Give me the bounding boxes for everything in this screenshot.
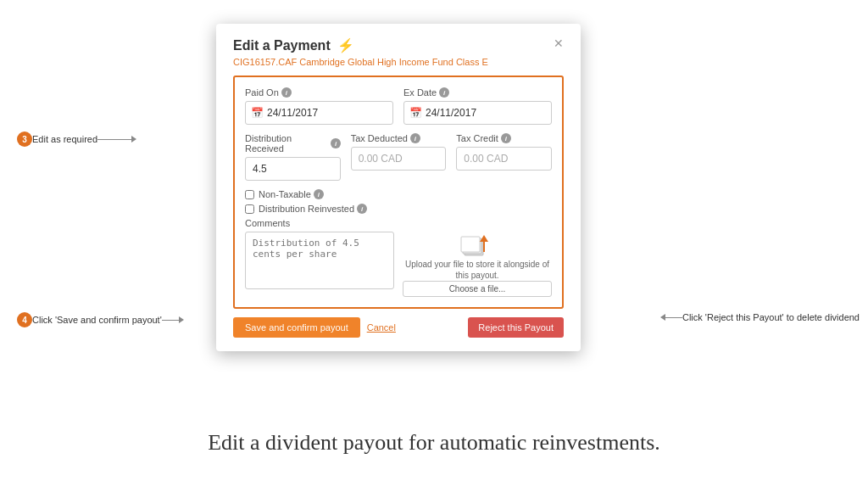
paid-on-input[interactable] (267, 107, 387, 119)
paid-on-info-icon[interactable]: i (281, 87, 292, 98)
lightning-icon: ⚡ (337, 38, 354, 53)
distribution-info-icon[interactable]: i (331, 138, 340, 148)
bottom-row: Upload your file to store it alongside o… (245, 232, 552, 297)
annotation-reject-text: Click 'Reject this Payout' to delete div… (682, 312, 860, 322)
tax-credit-label-text: Tax Credit (456, 133, 498, 143)
tax-deducted-input[interactable] (351, 147, 447, 171)
page-caption: Edit a divident payout for automatic rei… (0, 430, 868, 456)
reject-payout-button[interactable]: Reject this Payout (468, 317, 564, 338)
annotation-save-line (162, 320, 179, 321)
distribution-group: Distribution Received i (245, 133, 341, 181)
distribution-reinvested-label-text: Distribution Reinvested (259, 204, 354, 214)
footer-left: Save and confirm payout Cancel (233, 317, 396, 338)
annotation-save-text: Click 'Save and confirm payout' (32, 315, 162, 325)
non-taxable-checkbox[interactable] (245, 190, 254, 199)
ex-date-calendar-icon: 📅 (409, 107, 422, 119)
tax-credit-label: Tax Credit i (456, 133, 552, 143)
annotation-edit-arrow (131, 136, 136, 143)
distribution-label-text: Distribution Received (245, 133, 328, 154)
non-taxable-label: Non-Taxable i (259, 189, 324, 199)
ex-date-label: Ex Date i (403, 87, 552, 98)
annotation-reject: Click 'Reject this Payout' to delete div… (660, 312, 860, 322)
modal-subtitle: CIG16157.CAF Cambridge Global High Incom… (233, 57, 564, 67)
paid-on-input-wrapper: 📅 (245, 101, 393, 125)
ex-date-input-wrapper: 📅 (403, 101, 552, 125)
ex-date-group: Ex Date i 📅 (403, 87, 552, 125)
annotation-reject-line (665, 317, 682, 318)
upload-icon-area: Upload your file to store it alongside o… (403, 233, 552, 281)
annotation-save: 4 Click 'Save and confirm payout' (17, 312, 184, 327)
distribution-reinvested-info-icon[interactable]: i (357, 204, 367, 214)
edit-payment-modal: Edit a Payment ⚡ ✕ CIG16157.CAF Cambridg… (216, 24, 581, 351)
tax-credit-input[interactable] (456, 147, 552, 171)
annotation-save-arrow (179, 316, 184, 323)
tax-deducted-group: Tax Deducted i (351, 133, 447, 181)
close-button[interactable]: ✕ (554, 37, 564, 49)
annotation-edit-line (97, 139, 131, 140)
comments-textarea[interactable] (245, 232, 394, 289)
paid-on-label-text: Paid On (245, 87, 279, 98)
distribution-reinvested-checkbox[interactable] (245, 204, 254, 214)
distribution-reinvested-row: Distribution Reinvested i (245, 204, 552, 214)
modal-title: Edit a Payment ⚡ (233, 38, 354, 53)
upload-text: Upload your file to store it alongside o… (403, 259, 552, 281)
tax-deducted-info-icon[interactable]: i (410, 133, 420, 143)
comments-label: Comments (245, 218, 552, 228)
tax-deducted-label: Tax Deducted i (351, 133, 447, 143)
ex-date-input[interactable] (426, 107, 546, 119)
comments-group (245, 232, 394, 297)
amounts-row: Distribution Received i Tax Deducted i T… (245, 133, 552, 181)
svg-rect-2 (461, 237, 480, 252)
choose-file-button[interactable]: Choose a file... (403, 281, 552, 297)
non-taxable-row: Non-Taxable i (245, 189, 552, 199)
annotation-number-3: 3 (17, 131, 32, 147)
distribution-input[interactable] (245, 157, 341, 181)
annotation-edit: 3 Edit as required (17, 131, 136, 147)
annotation-number-4: 4 (17, 312, 32, 327)
annotation-edit-text: Edit as required (32, 134, 97, 144)
paid-on-calendar-icon: 📅 (251, 107, 264, 119)
paid-on-label: Paid On i (245, 87, 393, 98)
date-row: Paid On i 📅 Ex Date i 📅 (245, 87, 552, 125)
tax-credit-info-icon[interactable]: i (501, 133, 511, 143)
save-confirm-button[interactable]: Save and confirm payout (233, 317, 360, 338)
ex-date-info-icon[interactable]: i (439, 87, 449, 98)
non-taxable-info-icon[interactable]: i (314, 189, 324, 199)
modal-header: Edit a Payment ⚡ ✕ (233, 37, 564, 53)
modal-body: Paid On i 📅 Ex Date i 📅 (233, 76, 564, 309)
tax-deducted-label-text: Tax Deducted (351, 133, 408, 143)
modal-title-text: Edit a Payment (233, 38, 331, 53)
upload-group: Upload your file to store it alongside o… (403, 232, 552, 297)
distribution-label: Distribution Received i (245, 133, 341, 154)
modal-footer: Save and confirm payout Cancel Reject th… (233, 317, 564, 338)
upload-icon (460, 233, 494, 259)
cancel-button[interactable]: Cancel (367, 322, 396, 333)
modal-title-area: Edit a Payment ⚡ (233, 37, 354, 53)
paid-on-group: Paid On i 📅 (245, 87, 393, 125)
tax-credit-group: Tax Credit i (456, 133, 552, 181)
ex-date-label-text: Ex Date (403, 87, 437, 98)
distribution-reinvested-label: Distribution Reinvested i (259, 204, 367, 214)
non-taxable-label-text: Non-Taxable (259, 189, 311, 199)
